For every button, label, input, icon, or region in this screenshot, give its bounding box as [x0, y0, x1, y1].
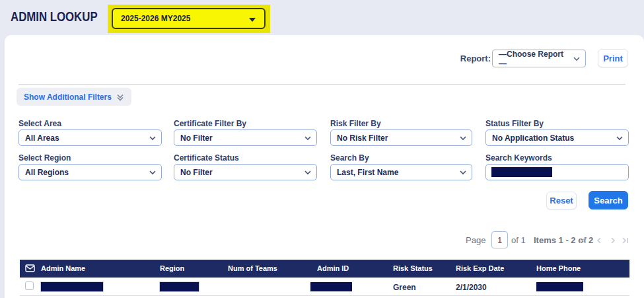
certificate-filter-by-select[interactable]: No Filter [174, 130, 317, 146]
print-button[interactable]: Print [598, 49, 628, 67]
chevron-down-icon [149, 136, 156, 141]
column-header-region: Region [160, 264, 184, 272]
certificate-status-value: No Filter [180, 168, 213, 177]
risk-filter-by-value: No Risk Filter [337, 133, 388, 143]
divider [18, 84, 626, 85]
filter-label-certificate-filter-by: Certificate Filter By [174, 119, 246, 128]
filter-label-search-keywords: Search Keywords [485, 153, 552, 163]
table-header: Admin Name Region Num of Teams Admin ID … [20, 260, 629, 278]
filter-label-select-area: Select Area [18, 119, 61, 128]
next-page-icon[interactable] [608, 236, 618, 245]
filter-label-risk-filter-by: Risk Filter By [330, 119, 381, 128]
admin-name-redacted [41, 282, 103, 291]
search-by-select[interactable]: Last, First Name [330, 164, 472, 180]
report-label: Report: [458, 54, 491, 63]
column-header-risk-exp-date: Risk Exp Date [456, 264, 504, 272]
first-page-icon[interactable] [578, 236, 587, 245]
chevron-down-icon [304, 136, 311, 141]
chevron-down-icon [616, 136, 623, 141]
chevron-down-icon [249, 18, 256, 22]
redacted-value [491, 167, 552, 177]
search-button[interactable]: Search [589, 191, 628, 209]
season-select-highlight: 2025-2026 MY2025 [108, 5, 270, 33]
select-area-value: All Areas [25, 133, 59, 143]
admin-lookup-screen: ADMIN LOOKUP 2025-2026 MY2025 Report: —C… [0, 0, 644, 298]
home-phone-redacted [536, 282, 583, 291]
search-by-value: Last, First Name [337, 168, 398, 177]
certificate-status-select[interactable]: No Filter [174, 164, 317, 180]
filter-label-certificate-status: Certificate Status [174, 153, 239, 163]
reset-button[interactable]: Reset [546, 192, 577, 209]
page-number-input[interactable]: 1 [491, 231, 508, 248]
chevron-down-icon [149, 170, 156, 175]
chevron-down-icon [573, 57, 580, 61]
select-area-select[interactable]: All Areas [18, 130, 162, 146]
certificate-filter-by-value: No Filter [180, 133, 213, 143]
column-header-admin-id: Admin ID [317, 264, 349, 272]
filter-label-search-by: Search By [330, 153, 369, 163]
report-select[interactable]: —Choose Report— [492, 50, 586, 67]
status-filter-by-value: No Application Status [492, 133, 574, 143]
chevron-down-icon [460, 136, 466, 141]
show-additional-filters-label: Show Additional Filters [24, 93, 112, 102]
report-select-value: —Choose Report— [499, 50, 571, 68]
search-keywords-input[interactable] [485, 164, 629, 180]
status-filter-by-select[interactable]: No Application Status [485, 130, 629, 146]
chevron-down-icon [460, 170, 466, 175]
column-header-risk-status: Risk Status [393, 264, 433, 272]
chevron-down-icon [304, 170, 311, 175]
filter-label-status-filter-by: Status Filter By [485, 119, 544, 128]
page-of-label: of 1 [511, 235, 526, 245]
column-header-admin-name: Admin Name [41, 264, 85, 272]
season-select[interactable]: 2025-2026 MY2025 [112, 8, 266, 29]
column-header-num-of-teams: Num of Teams [228, 264, 277, 272]
row-checkbox[interactable] [25, 281, 34, 290]
risk-status-cell: Green [393, 283, 416, 292]
select-region-select[interactable]: All Regions [18, 164, 162, 180]
page-label: Page [466, 235, 485, 245]
filter-label-select-region: Select Region [18, 153, 71, 163]
admin-id-redacted [310, 282, 352, 291]
page-title: ADMIN LOOKUP [11, 9, 98, 24]
last-page-icon[interactable] [621, 236, 630, 245]
select-region-value: All Regions [25, 168, 69, 177]
show-additional-filters-button[interactable]: Show Additional Filters [17, 88, 131, 106]
risk-exp-date-cell: 2/1/2030 [456, 283, 487, 292]
column-header-home-phone: Home Phone [536, 264, 581, 272]
previous-page-icon[interactable] [594, 236, 604, 245]
table-row: Green 2/1/2030 [20, 278, 629, 296]
envelope-icon [25, 264, 35, 272]
risk-filter-by-select[interactable]: No Risk Filter [330, 130, 472, 146]
double-chevron-down-icon [116, 93, 124, 101]
region-redacted [160, 282, 199, 291]
season-select-value: 2025-2026 MY2025 [121, 14, 190, 23]
